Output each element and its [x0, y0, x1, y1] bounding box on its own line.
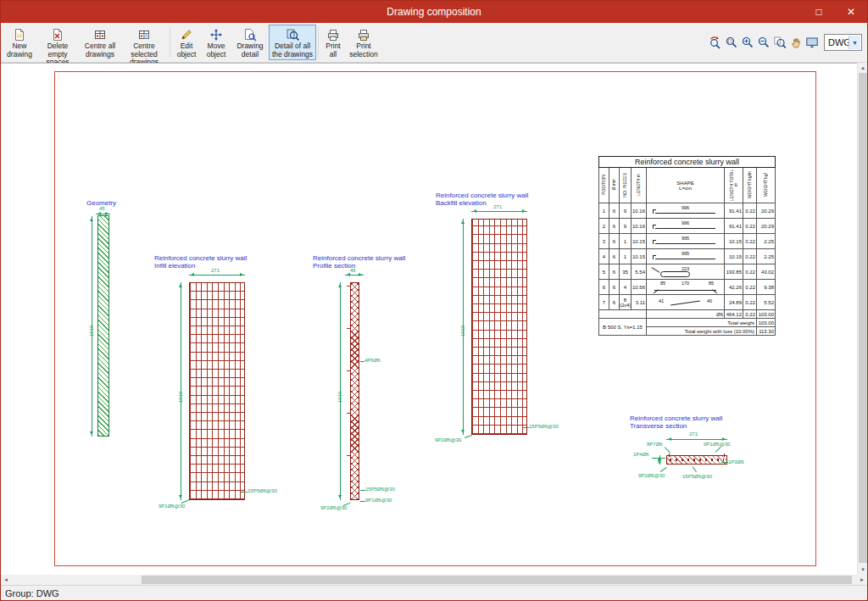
rebar-annotation: 15P5Ø6@30 [529, 424, 559, 429]
format-select[interactable]: DWG ▼ [824, 34, 862, 51]
table-cell: 10.16 [632, 203, 647, 219]
button-label: Edit object [174, 42, 199, 58]
table-cell: 10.56 [632, 280, 647, 295]
centre-selected-drawings-icon [137, 28, 151, 42]
toolbar-separator [170, 27, 170, 58]
scroll-down-button[interactable]: ▼ [858, 565, 868, 575]
infill-rebar-grid[interactable] [189, 282, 245, 500]
profile-wall-section[interactable] [350, 282, 359, 500]
rebar-annotation: 9P2Ø6@30 [435, 437, 461, 442]
dim-line [471, 211, 527, 212]
backfill-rebar-grid[interactable] [471, 219, 527, 435]
leader-line [652, 458, 665, 459]
transverse-wall-section[interactable] [666, 455, 727, 465]
zoom-in-icon[interactable] [739, 35, 755, 51]
table-cell: 35 [620, 264, 632, 280]
vertical-scrollbar-thumb[interactable] [859, 73, 867, 563]
zoom-toolbar: DWG ▼ [707, 24, 865, 61]
col-length-total: LENGTH TOTAL m [725, 168, 743, 203]
table-cell: 5.54 [632, 264, 647, 280]
table-cell: 9 [620, 219, 632, 234]
zoom-previous-icon[interactable] [707, 35, 723, 51]
leader-line [523, 427, 529, 428]
maximize-button[interactable]: □ [803, 1, 835, 23]
print-all-button[interactable]: Print all [320, 25, 346, 60]
drawing-detail-icon [243, 28, 257, 42]
table-cell: 5 [599, 264, 609, 280]
scroll-right-button[interactable]: ► [857, 575, 867, 585]
rebar-annotation: 15P5Ø6@30 [248, 488, 277, 493]
col-weight: WEIGHT kgf [757, 168, 776, 203]
scroll-up-button[interactable]: ▲ [858, 63, 868, 73]
detail-of-all-drawings-button[interactable]: Detail of all the drawings [269, 25, 316, 60]
table-cell: 6 [609, 264, 620, 280]
zoom-window-icon[interactable] [723, 35, 739, 51]
delete-empty-spaces-button[interactable]: Delete empty spaces [36, 25, 80, 60]
zoom-out-icon[interactable] [755, 35, 771, 51]
drawing-canvas[interactable]: Geometry 45 1010 Reinforced concrete slu… [1, 63, 857, 575]
table-cell: 4 [620, 280, 632, 295]
steel-schedule-table[interactable]: Reinforced concrete slurry wall POSITION… [598, 156, 776, 336]
table-title: Reinforced concrete slurry wall [599, 157, 776, 168]
table-cell: 464.12 [725, 310, 743, 319]
col-shape: SHAPE L=cm [647, 168, 725, 203]
table-cell: 3.11 [632, 295, 647, 310]
centre-selected-drawings-button[interactable]: Centre selected drawings [120, 25, 168, 60]
leader-line [241, 492, 248, 492]
geometry-wall-section[interactable] [97, 215, 109, 437]
pan-icon[interactable] [787, 35, 804, 51]
toolbar: New drawing Delete empty spaces Centre a… [1, 23, 867, 63]
horizontal-scrollbar[interactable]: ◄ ► [1, 575, 867, 585]
table-cell: 8 (2x4) [620, 295, 632, 310]
table-cell: 0.22 [743, 295, 757, 310]
col-weight-per-m: WEIGHT kg/m [743, 168, 757, 203]
shape-cell: 995 [647, 249, 725, 264]
horizontal-scrollbar-thumb[interactable] [142, 576, 852, 584]
table-cell: 43.02 [757, 264, 776, 280]
chevron-down-icon[interactable]: ▼ [849, 36, 860, 49]
button-label: New drawing [5, 42, 34, 58]
table-cell: 10.15 [725, 234, 743, 249]
table-cell: 0.22 [743, 280, 757, 295]
print-all-icon [326, 28, 340, 42]
print-selection-button[interactable]: Print selection [346, 25, 381, 60]
table-row: 7 6 8 (2x4) 3.11 4140 24.89 0.22 5.52 [599, 295, 776, 310]
vertical-scrollbar[interactable]: ▲ ▼ [857, 63, 867, 575]
centre-all-drawings-icon [93, 28, 107, 42]
table-cell: 6 [609, 234, 620, 249]
shape-cell: 8517085 [647, 280, 725, 295]
table-cell: 1 [599, 203, 609, 219]
shape-cell: 4140 [647, 295, 725, 310]
format-select-value: DWG [828, 37, 851, 47]
new-drawing-button[interactable]: New drawing [3, 25, 36, 60]
dim-line [666, 439, 727, 440]
titlebar: Drawing composition □ ✕ [1, 1, 867, 23]
table-total-row: B 500 S, Ys=1.15 Total weight 103.00 [599, 319, 776, 327]
col-pieces: NO. PIECES [620, 168, 632, 203]
button-label: Print all [322, 42, 344, 58]
button-label: Centre all drawings [81, 42, 119, 58]
table-cell: 0.22 [743, 219, 757, 234]
table-cell: 10.16 [632, 219, 647, 234]
scroll-left-button[interactable]: ◄ [1, 575, 11, 585]
close-button[interactable]: ✕ [835, 1, 867, 23]
table-cell: 6 [609, 249, 620, 264]
table-row: 2 6 9 10.16 996 91.41 0.22 20.29 [599, 219, 776, 234]
centre-all-drawings-button[interactable]: Centre all drawings [80, 25, 120, 60]
dim-height-label: 1010 [89, 326, 94, 337]
dim-height-label: 45 [657, 459, 662, 465]
dim-line [345, 275, 364, 275]
table-cell: 20.29 [757, 203, 776, 219]
table-cell: 9 [620, 203, 632, 219]
rebar-annotation: 9P2Ø6@30 [638, 473, 665, 478]
loss-weight-value: 113.30 [757, 327, 776, 336]
fullscreen-icon[interactable] [804, 35, 820, 51]
zoom-extents-icon[interactable] [771, 35, 787, 51]
window-controls: □ ✕ [803, 1, 867, 23]
shape-cell: 996 [647, 203, 725, 219]
move-object-button[interactable]: Move object [201, 25, 231, 60]
edit-object-button[interactable]: Edit object [172, 25, 201, 60]
dim-height-label: 1010 [337, 392, 342, 403]
drawing-detail-button[interactable]: Drawing detail [231, 25, 269, 60]
statusbar-text: Group: DWG [5, 588, 59, 598]
